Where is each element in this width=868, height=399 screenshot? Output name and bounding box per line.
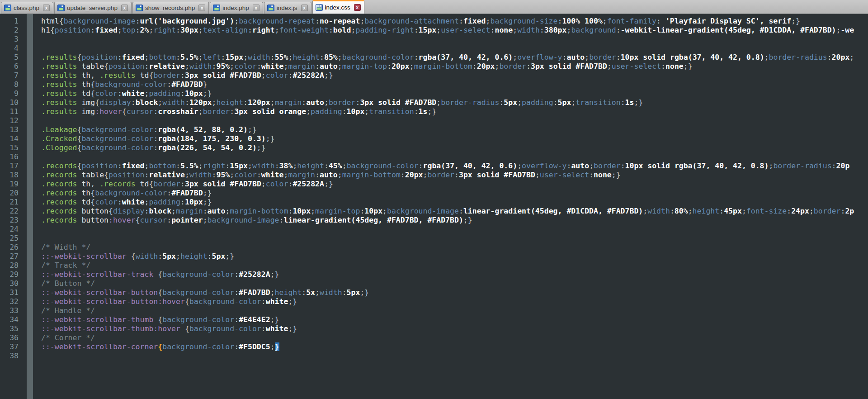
- code-line[interactable]: [41, 234, 868, 243]
- tab-index.php[interactable]: index.phpx: [210, 2, 263, 14]
- tab-close-icon[interactable]: x: [253, 5, 259, 11]
- line-number[interactable]: 12: [0, 116, 23, 125]
- code-line[interactable]: .results td{color:white;padding:10px;}: [41, 89, 868, 98]
- code-line[interactable]: [41, 116, 868, 125]
- line-number[interactable]: 6: [0, 62, 23, 71]
- code-line[interactable]: .results img{display:block;width:120px;h…: [41, 98, 868, 107]
- code-line[interactable]: .Clogged{background-color:rgba(226, 54, …: [41, 143, 868, 152]
- tab-index.css[interactable]: index.cssx: [312, 0, 364, 14]
- fold-margin[interactable]: [27, 14, 33, 399]
- line-number[interactable]: 29: [0, 270, 23, 279]
- code-line[interactable]: .records button:hover{cursor:pointer;bac…: [41, 216, 868, 225]
- tab-show_records.php[interactable]: show_records.phpx: [132, 2, 209, 14]
- tab-close-icon[interactable]: x: [121, 5, 128, 11]
- line-number[interactable]: 26: [0, 243, 23, 252]
- tab-label: index.css: [325, 4, 350, 11]
- tab-class.php[interactable]: class.phpx: [1, 2, 53, 14]
- code-line[interactable]: h1{position:fixed;top:2%;right:30px;text…: [41, 26, 868, 35]
- code-line[interactable]: /* Corner */: [41, 333, 868, 342]
- code-line[interactable]: ::-webkit-scrollbar-corner{background-co…: [41, 342, 868, 352]
- code-line[interactable]: /* Track */: [41, 261, 868, 270]
- tab-update_server.php[interactable]: update_server.phpx: [54, 2, 132, 14]
- line-number[interactable]: 10: [0, 98, 23, 107]
- line-number[interactable]: 16: [0, 152, 23, 162]
- line-number[interactable]: 4: [0, 44, 23, 53]
- code-line[interactable]: .results img:hover{cursor:crosshair;bord…: [41, 107, 868, 116]
- code-line[interactable]: .records td{color:white;padding:10px;}: [41, 198, 868, 207]
- line-number[interactable]: 21: [0, 198, 23, 207]
- code-line[interactable]: /* Handle */: [41, 306, 868, 315]
- line-number[interactable]: 2: [0, 26, 23, 35]
- line-number[interactable]: 14: [0, 134, 23, 143]
- line-number[interactable]: 31: [0, 288, 23, 297]
- code-line[interactable]: .records table{position:relative;width:9…: [41, 171, 868, 180]
- code-editor[interactable]: 1234567891011121314151617181920212223242…: [0, 14, 868, 399]
- line-number[interactable]: 27: [0, 252, 23, 261]
- line-number[interactable]: 24: [0, 225, 23, 234]
- tab-label: show_records.php: [145, 5, 195, 11]
- line-number[interactable]: 5: [0, 53, 23, 62]
- line-number[interactable]: 9: [0, 89, 23, 98]
- code-line[interactable]: [41, 225, 868, 234]
- code-line[interactable]: ::-webkit-scrollbar-track {background-co…: [41, 270, 868, 279]
- code-line[interactable]: [41, 44, 868, 53]
- code-line[interactable]: .records th, .records td{border:3px soli…: [41, 180, 868, 189]
- code-line[interactable]: .records button{display:block;margin:aut…: [41, 207, 868, 216]
- tab-index.js[interactable]: index.jsx: [264, 2, 311, 14]
- tab-close-icon[interactable]: x: [354, 4, 361, 11]
- line-number[interactable]: 1: [0, 17, 23, 26]
- code-line[interactable]: .records th{background-color:#FAD7BD;}: [41, 189, 868, 198]
- code-line[interactable]: .results th{background-color:#FAD7BD}: [41, 80, 868, 89]
- line-number[interactable]: 7: [0, 71, 23, 80]
- floppy-disk-icon: [316, 4, 323, 11]
- code-line[interactable]: .results th, .results td{border:3px soli…: [41, 71, 868, 80]
- code-line[interactable]: ::-webkit-scrollbar-button:hover{backgro…: [41, 297, 868, 306]
- code-line[interactable]: ::-webkit-scrollbar-button{background-co…: [41, 288, 868, 297]
- floppy-disk-icon: [267, 5, 274, 11]
- line-number[interactable]: 25: [0, 234, 23, 243]
- line-number[interactable]: 11: [0, 107, 23, 116]
- line-number[interactable]: 18: [0, 171, 23, 180]
- floppy-disk-icon: [213, 5, 220, 11]
- code-line[interactable]: [41, 152, 868, 162]
- code-line[interactable]: [41, 352, 868, 361]
- line-number[interactable]: 17: [0, 162, 23, 171]
- line-number[interactable]: 3: [0, 35, 23, 44]
- line-number[interactable]: 22: [0, 207, 23, 216]
- line-number[interactable]: 33: [0, 306, 23, 315]
- line-number[interactable]: 28: [0, 261, 23, 270]
- line-number[interactable]: 15: [0, 143, 23, 152]
- code-line[interactable]: .records{position:fixed;bottom:5.5%;righ…: [41, 162, 868, 171]
- line-number[interactable]: 32: [0, 297, 23, 306]
- code-line[interactable]: /* Button */: [41, 279, 868, 288]
- line-number[interactable]: 20: [0, 189, 23, 198]
- line-number[interactable]: 19: [0, 180, 23, 189]
- code-line[interactable]: .Leakage{background-color:rgba(4, 52, 88…: [41, 125, 868, 134]
- tab-close-icon[interactable]: x: [301, 5, 308, 11]
- code-line[interactable]: .results table{position:relative;width:9…: [41, 62, 868, 71]
- line-number[interactable]: 13: [0, 125, 23, 134]
- tab-close-icon[interactable]: x: [198, 5, 205, 11]
- gutter: 1234567891011121314151617181920212223242…: [0, 14, 23, 399]
- line-number[interactable]: 36: [0, 333, 23, 342]
- line-number[interactable]: 37: [0, 342, 23, 352]
- code-line[interactable]: html{background-image:url('background.jp…: [41, 17, 868, 26]
- code-line[interactable]: ::-webkit-scrollbar-thumb {background-co…: [41, 315, 868, 324]
- line-number[interactable]: 35: [0, 324, 23, 333]
- line-number[interactable]: 34: [0, 315, 23, 324]
- line-number[interactable]: 23: [0, 216, 23, 225]
- line-number[interactable]: 30: [0, 279, 23, 288]
- code-line[interactable]: .results{position:fixed;bottom:5.5%;left…: [41, 53, 868, 62]
- code-line[interactable]: ::-webkit-scrollbar {width:5px;height:5p…: [41, 252, 868, 261]
- line-number[interactable]: 8: [0, 80, 23, 89]
- line-number[interactable]: 38: [0, 352, 23, 361]
- tab-label: update_server.php: [67, 5, 118, 11]
- code-line[interactable]: ::-webkit-scrollbar-thumb:hover {backgro…: [41, 324, 868, 333]
- code-line[interactable]: /* Width */: [41, 243, 868, 252]
- floppy-disk-icon: [57, 5, 65, 11]
- code-line[interactable]: [41, 35, 868, 44]
- floppy-disk-icon: [136, 5, 143, 11]
- code-line[interactable]: .Cracked{background-color:rgba(184, 175,…: [41, 134, 868, 143]
- code-lines[interactable]: html{background-image:url('background.jp…: [33, 14, 868, 399]
- tab-close-icon[interactable]: x: [43, 5, 50, 11]
